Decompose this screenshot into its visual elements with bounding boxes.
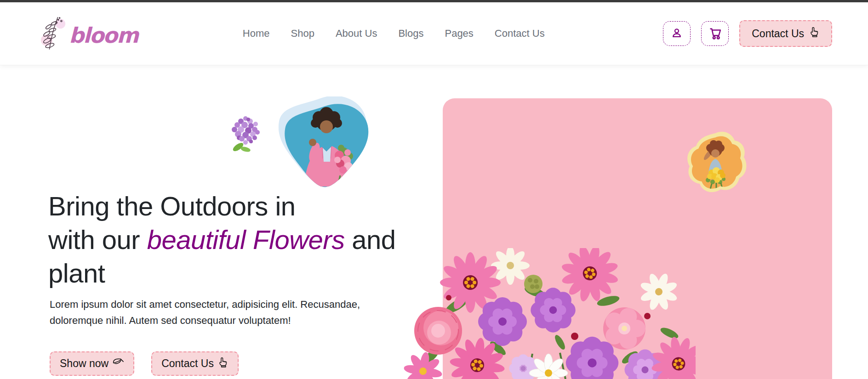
- header-contact-us-button[interactable]: Contact Us: [739, 20, 832, 47]
- header-actions: Contact Us: [663, 20, 832, 47]
- hero-heading-highlight: beautiful Flowers: [147, 225, 345, 255]
- flower-bouquet-image: [394, 248, 696, 379]
- lilac-flower-image: [227, 114, 266, 156]
- cart-icon: [708, 26, 722, 41]
- brand-name: bloom: [67, 25, 138, 53]
- hand-pointer-icon: [217, 357, 228, 371]
- account-button[interactable]: [663, 21, 691, 46]
- leaf-icon: [112, 357, 124, 370]
- woman-pink-bouquet-image: [275, 96, 375, 194]
- hero-description: Lorem ipsum dolor sit amet consectetur, …: [50, 296, 360, 328]
- hero-contact-us-label: Contact Us: [161, 357, 214, 370]
- nav-item-pages[interactable]: Pages: [445, 28, 473, 40]
- nav-item-home[interactable]: Home: [243, 28, 270, 40]
- nav-item-blogs[interactable]: Blogs: [398, 28, 423, 40]
- nav-item-about-us[interactable]: About Us: [336, 28, 377, 40]
- woman-yellow-tulips-image: [683, 130, 748, 200]
- hand-pointer-icon: [809, 27, 820, 40]
- header-contact-us-label: Contact Us: [752, 28, 804, 40]
- hero-heading: Bring the Outdoors in with our beautiful…: [48, 189, 396, 290]
- hero-heading-line2-suffix: and: [345, 225, 396, 255]
- user-icon: [670, 27, 683, 41]
- cart-button[interactable]: [701, 21, 729, 46]
- hero-contact-us-button[interactable]: Contact Us: [151, 351, 239, 376]
- window-top-edge: [0, 0, 868, 2]
- show-now-label: Show now: [60, 357, 108, 370]
- hero-heading-line2-prefix: with our: [48, 225, 147, 255]
- main-nav: Home Shop About Us Blogs Pages Contact U…: [243, 28, 545, 40]
- show-now-button[interactable]: Show now: [50, 351, 134, 376]
- hero-cta-row: Show now Contact Us: [50, 351, 239, 376]
- site-header: bloom Home Shop About Us Blogs Pages Con…: [0, 2, 868, 65]
- hero-description-line1: Lorem ipsum dolor sit amet consectetur, …: [50, 299, 360, 310]
- nav-item-contact-us[interactable]: Contact Us: [495, 28, 545, 40]
- nav-item-shop[interactable]: Shop: [291, 28, 314, 40]
- hero-heading-line1: Bring the Outdoors in: [48, 191, 296, 221]
- hero-description-line2: doloremque nihil. Autem sed consequatur …: [50, 315, 291, 326]
- bloom-landing-page: bloom Home Shop About Us Blogs Pages Con…: [0, 0, 868, 379]
- brand-logo[interactable]: bloom: [40, 14, 138, 53]
- leaf-branch-icon: [40, 14, 67, 53]
- hero-heading-line3: plant: [48, 258, 105, 288]
